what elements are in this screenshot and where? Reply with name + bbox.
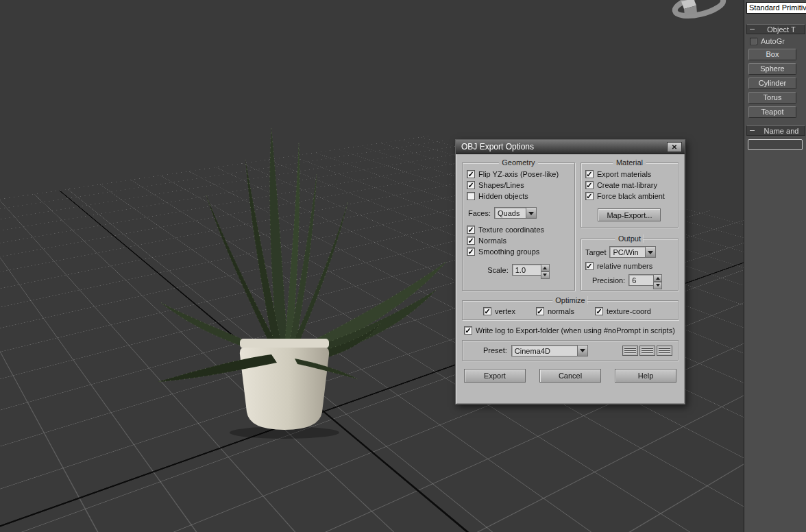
write-log-checkbox[interactable]: ✓ — [464, 326, 472, 335]
target-dropdown[interactable]: PC/Win — [609, 246, 656, 258]
hidden-objects-checkbox[interactable]: ✓ — [467, 192, 475, 200]
texture-coordinates-checkbox[interactable]: ✓ — [467, 226, 475, 234]
dropdown-arrow-button[interactable] — [577, 345, 588, 356]
optimize-texcoord-checkbox-row[interactable]: ✓ texture-coord — [595, 307, 651, 315]
scale-spinner[interactable]: 1.0 — [512, 264, 550, 276]
preset-group: Preset: Cinema4D — [462, 340, 679, 361]
preset-tools — [622, 346, 672, 356]
faces-value: Quads — [494, 207, 526, 219]
object-name-field[interactable] — [748, 139, 803, 150]
plant-leaves — [160, 128, 447, 363]
chevron-down-icon — [648, 251, 653, 257]
smoothing-groups-label: Smoothing groups — [478, 247, 539, 256]
primitive-category-dropdown[interactable]: Standard Primitive — [746, 2, 806, 14]
create-matlib-checkbox[interactable]: ✓ — [585, 181, 594, 189]
target-value: PC/Win — [609, 246, 645, 258]
rollout-object-type[interactable]: Object T — [746, 24, 805, 34]
normals-checkbox-row[interactable]: ✓ Normals — [467, 237, 570, 245]
rollout-label: Object T — [758, 25, 805, 34]
autogrid-checkbox-row[interactable]: AutoGr — [750, 37, 805, 45]
autogrid-label: AutoGr — [761, 37, 785, 45]
normals-checkbox[interactable]: ✓ — [467, 237, 475, 245]
force-black-ambient-checkbox-row[interactable]: ✓ Force black ambient — [585, 192, 674, 200]
force-black-ambient-label: Force black ambient — [597, 192, 665, 200]
map-export-button[interactable]: Map-Export... — [598, 208, 661, 221]
geometry-group-label: Geometry — [499, 158, 537, 167]
target-label: Target — [585, 248, 607, 256]
scale-value[interactable]: 1.0 — [512, 264, 541, 276]
flip-yz-checkbox-row[interactable]: ✓ Flip YZ-axis (Poser-like) — [467, 170, 570, 178]
dialog-buttons-row: Export Cancel Help — [462, 369, 679, 383]
optimize-vertex-checkbox[interactable]: ✓ — [483, 307, 491, 315]
help-button[interactable]: Help — [615, 369, 676, 383]
texture-coordinates-checkbox-row[interactable]: ✓ Texture coordinates — [467, 226, 570, 234]
faces-row: Faces: Quads — [468, 207, 570, 219]
spinner-up-icon[interactable] — [653, 274, 662, 282]
dropdown-arrow-button[interactable] — [526, 207, 537, 219]
collapse-icon — [750, 130, 755, 131]
smoothing-groups-checkbox[interactable]: ✓ — [467, 247, 475, 256]
shapes-lines-checkbox[interactable]: ✓ — [467, 181, 475, 189]
box-button[interactable]: Box — [748, 49, 796, 60]
flip-yz-checkbox[interactable]: ✓ — [467, 170, 475, 178]
smoothing-groups-checkbox-row[interactable]: ✓ Smoothing groups — [467, 247, 570, 256]
command-panel: Standard Primitive Object T AutoGr Box S… — [744, 0, 806, 532]
pot — [240, 339, 329, 430]
close-button[interactable]: ✕ — [667, 142, 682, 152]
scale-row: Scale: 1.0 — [467, 264, 570, 276]
export-materials-checkbox-row[interactable]: ✓ Export materials — [585, 170, 674, 178]
obj-export-options-dialog: OBJ Export Options ✕ Geometry ✓ Flip YZ-… — [455, 139, 685, 404]
precision-label: Precision: — [592, 276, 625, 285]
material-group-label: Material — [613, 158, 646, 167]
faces-dropdown[interactable]: Quads — [494, 207, 537, 219]
preset-table-icon[interactable] — [657, 346, 672, 356]
force-black-ambient-checkbox[interactable]: ✓ — [585, 192, 594, 200]
write-log-checkbox-row[interactable]: ✓ Write log to Export-folder (when using… — [462, 326, 679, 335]
preset-table-icon[interactable] — [622, 346, 638, 356]
target-row: Target PC/Win — [585, 246, 674, 258]
precision-spinner[interactable]: 6 — [628, 274, 662, 286]
export-materials-label: Export materials — [597, 170, 651, 178]
collapse-icon — [750, 29, 755, 29]
export-button[interactable]: Export — [464, 369, 526, 383]
preset-dropdown[interactable]: Cinema4D — [511, 345, 588, 356]
spinner-down-icon[interactable] — [653, 282, 662, 289]
export-materials-checkbox[interactable]: ✓ — [585, 170, 594, 178]
output-group: Output Target PC/Win ✓ relative numbers … — [581, 239, 679, 291]
orbit-gizmo-icon[interactable] — [666, 0, 732, 25]
output-group-label: Output — [615, 234, 644, 243]
sphere-button[interactable]: Sphere — [748, 63, 796, 75]
optimize-normals-checkbox[interactable]: ✓ — [536, 307, 544, 315]
dropdown-arrow-button[interactable] — [645, 246, 656, 258]
cylinder-button[interactable]: Cylinder — [748, 77, 796, 89]
scale-label: Scale: — [487, 266, 509, 274]
relative-numbers-checkbox[interactable]: ✓ — [585, 262, 594, 270]
optimize-vertex-checkbox-row[interactable]: ✓ vertex — [483, 307, 515, 315]
teapot-button[interactable]: Teapot — [748, 106, 796, 118]
create-matlib-label: Create mat-library — [597, 181, 657, 189]
optimize-texcoord-checkbox[interactable]: ✓ — [595, 307, 603, 315]
optimize-vertex-label: vertex — [495, 307, 515, 315]
dialog-title: OBJ Export Options — [461, 142, 667, 152]
spinner-down-icon[interactable] — [541, 271, 550, 279]
spinner-up-icon[interactable] — [541, 264, 550, 271]
rollout-label: Name and — [758, 127, 805, 135]
create-matlib-checkbox-row[interactable]: ✓ Create mat-library — [585, 181, 674, 189]
torus-button[interactable]: Torus — [748, 92, 796, 104]
dialog-titlebar[interactable]: OBJ Export Options ✕ — [456, 140, 685, 154]
write-log-label: Write log to Export-folder (when using #… — [476, 326, 675, 335]
preset-label: Preset: — [483, 346, 507, 354]
shapes-lines-checkbox-row[interactable]: ✓ Shapes/Lines — [467, 181, 570, 189]
precision-value[interactable]: 6 — [628, 274, 653, 286]
autogrid-checkbox[interactable] — [750, 38, 757, 45]
rollout-name-color[interactable]: Name and — [746, 125, 805, 136]
cancel-button[interactable]: Cancel — [539, 369, 601, 383]
flip-yz-label: Flip YZ-axis (Poser-like) — [478, 170, 559, 178]
optimize-normals-checkbox-row[interactable]: ✓ normals — [536, 307, 574, 315]
preset-table-icon[interactable] — [639, 346, 655, 356]
plant-model[interactable] — [137, 113, 480, 442]
geometry-group: Geometry ✓ Flip YZ-axis (Poser-like) ✓ S… — [462, 162, 575, 291]
hidden-objects-checkbox-row[interactable]: ✓ Hidden objects — [467, 192, 570, 200]
relative-numbers-checkbox-row[interactable]: ✓ relative numbers — [585, 262, 674, 270]
faces-label: Faces: — [468, 209, 491, 217]
